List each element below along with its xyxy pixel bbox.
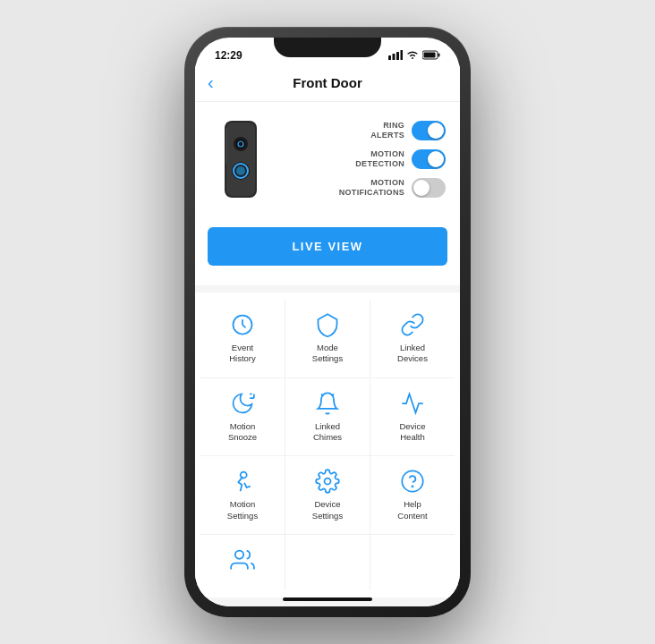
svg-rect-0 (388, 55, 391, 60)
motion-snooze-item[interactable]: MotionSnooze (200, 378, 285, 456)
device-settings-label: DeviceSettings (312, 499, 343, 521)
help-content-item[interactable]: HelpContent (370, 456, 455, 534)
linked-chimes-icon (315, 391, 340, 416)
ring-alerts-label: RINGALERTS (370, 121, 404, 140)
mode-settings-icon (315, 312, 340, 337)
linked-chimes-label: LinkedChimes (313, 421, 342, 444)
motion-settings-item[interactable]: MotionSettings (200, 456, 285, 534)
svg-rect-15 (225, 128, 227, 164)
linked-chimes-item[interactable]: LinkedChimes (285, 378, 370, 456)
device-health-item[interactable]: DeviceHealth (370, 378, 455, 456)
grid-section: EventHistory ModeSettings LinkedDevices (195, 292, 460, 597)
motion-detection-toggle[interactable] (412, 149, 446, 169)
phone-notch (274, 38, 381, 57)
ring-alerts-toggle[interactable] (412, 121, 446, 140)
event-history-item[interactable]: EventHistory (200, 300, 285, 377)
toggles-area: RINGALERTS MOTIONDETECTION M (283, 121, 446, 198)
svg-rect-1 (393, 54, 396, 60)
grid-row-1: EventHistory ModeSettings LinkedDevices (200, 300, 455, 378)
grid-row-3: MotionSettings DeviceSettings HelpConten… (200, 456, 455, 535)
svg-rect-5 (424, 52, 436, 57)
motion-detection-row: MOTIONDETECTION (283, 149, 446, 169)
mode-settings-item[interactable]: ModeSettings (285, 300, 370, 377)
mode-settings-label: ModeSettings (312, 343, 343, 365)
motion-notifications-row: MOTIONNOTIFICATIONS (283, 178, 446, 198)
svg-rect-2 (396, 52, 399, 60)
linked-devices-item[interactable]: LinkedDevices (370, 300, 455, 377)
live-view-container: LIVE VIEW (195, 216, 460, 285)
linked-devices-label: LinkedDevices (397, 343, 428, 365)
svg-point-23 (325, 479, 331, 485)
home-indicator (283, 597, 372, 601)
signal-icon (388, 50, 403, 62)
motion-snooze-label: MotionSnooze (228, 421, 257, 444)
device-settings-item[interactable]: DeviceSettings (285, 456, 370, 534)
svg-rect-8 (226, 123, 255, 196)
svg-rect-3 (401, 50, 404, 60)
phone-frame: 12:29 (184, 27, 471, 617)
help-content-icon (400, 469, 425, 494)
device-panel: RINGALERTS MOTIONDETECTION M (195, 102, 460, 216)
device-image (209, 114, 272, 204)
device-health-icon (400, 391, 425, 416)
section-divider (195, 285, 460, 292)
status-time: 12:29 (215, 49, 242, 62)
shared-users-item[interactable] (200, 535, 285, 590)
svg-point-22 (241, 472, 247, 479)
live-view-button[interactable]: LIVE VIEW (208, 227, 447, 266)
motion-notifications-toggle[interactable] (412, 178, 446, 198)
device-settings-icon (315, 469, 340, 494)
grid-row-2: MotionSnooze LinkedChimes DeviceHealth (200, 378, 455, 457)
svg-point-26 (235, 551, 243, 559)
motion-settings-label: MotionSettings (227, 499, 258, 521)
empty-item-2 (285, 535, 370, 590)
event-history-label: EventHistory (229, 343, 256, 365)
status-icons (388, 50, 440, 62)
device-health-label: DeviceHealth (399, 421, 425, 444)
back-button[interactable]: ‹ (208, 72, 214, 93)
screen-content: ‹ Front Door (195, 66, 460, 606)
svg-rect-6 (438, 53, 440, 56)
shared-users-icon (230, 547, 255, 572)
help-content-label: HelpContent (397, 499, 427, 521)
battery-icon (422, 50, 440, 62)
svg-point-14 (236, 166, 245, 175)
wifi-icon (406, 50, 419, 62)
motion-detection-label: MOTIONDETECTION (355, 149, 404, 169)
motion-snooze-icon (230, 391, 255, 416)
page-title: Front Door (293, 75, 362, 90)
linked-devices-icon (400, 312, 425, 337)
phone-screen: 12:29 (195, 38, 460, 606)
svg-point-11 (238, 141, 243, 147)
event-history-icon (230, 312, 255, 337)
motion-notifications-label: MOTIONNOTIFICATIONS (339, 178, 404, 198)
motion-settings-icon (230, 469, 255, 494)
empty-item-3 (370, 535, 455, 590)
app-header: ‹ Front Door (195, 66, 460, 102)
grid-row-4 (200, 535, 455, 590)
ring-alerts-row: RINGALERTS (283, 121, 446, 140)
svg-point-24 (402, 471, 422, 492)
